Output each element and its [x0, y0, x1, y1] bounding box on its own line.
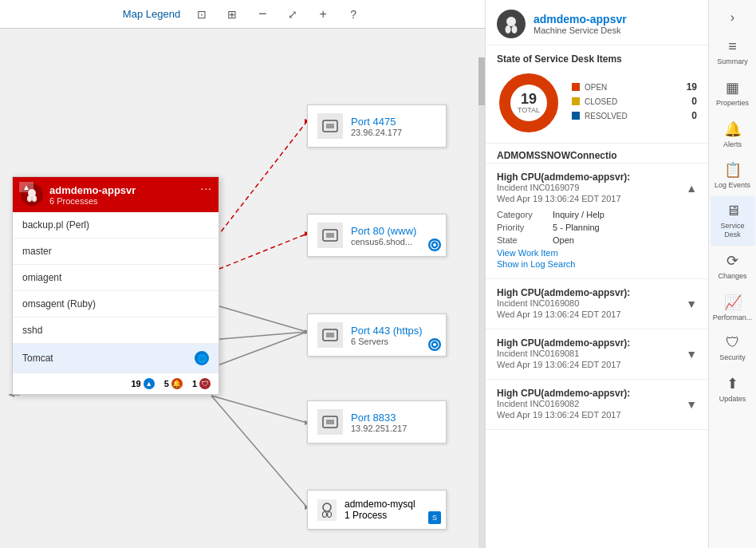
- help-button[interactable]: ?: [345, 6, 362, 23]
- scrollbar-thumb[interactable]: [478, 57, 485, 105]
- port-4475-info: Port 4475 23.96.24.177: [351, 116, 402, 137]
- panel-title: admdemo-appsvr: [534, 13, 627, 26]
- security-icon: 🛡: [726, 334, 740, 351]
- panel-scroll-area[interactable]: State of Service Desk Items: [486, 45, 708, 548]
- collapse-button[interactable]: ▲: [19, 182, 33, 192]
- plus-button[interactable]: +: [314, 6, 332, 23]
- sidebar-item-summary[interactable]: ≡ Summary: [711, 32, 755, 73]
- chevron-right-icon[interactable]: ›: [730, 10, 734, 25]
- fit-button[interactable]: ⤢: [284, 6, 301, 23]
- incident-header-0[interactable]: High CPU(admdemo-appsvr): Incident INC01…: [497, 171, 697, 205]
- incident-header-3[interactable]: High CPU(admdemo-appsvr): Incident INC01…: [497, 388, 697, 421]
- svg-point-29: [323, 503, 331, 511]
- list-item[interactable]: omiagent: [13, 265, 219, 291]
- view-work-item-link[interactable]: View Work Item: [497, 248, 697, 258]
- svg-line-4: [211, 332, 307, 368]
- show-in-log-search-link[interactable]: Show in Log Search: [497, 259, 697, 269]
- svg-line-5: [211, 396, 307, 423]
- zoom-in-button[interactable]: ⊞: [223, 6, 241, 23]
- map-canvas: ▲ admdemo-appsvr 6 Processes ··· backup.…: [0, 29, 485, 548]
- security-label: Security: [719, 353, 746, 362]
- mysql-title: admdemo-mysql: [345, 499, 415, 510]
- incident-item-2: High CPU(admdemo-appsvr): Incident INC01…: [486, 329, 708, 380]
- port-icon-8833: [317, 409, 343, 435]
- sidebar-item-security[interactable]: 🛡 Security: [711, 328, 755, 369]
- minus-button[interactable]: −: [254, 6, 271, 23]
- legend-closed-count: 0: [691, 96, 697, 107]
- field-category: Category Inquiry / Help: [497, 210, 697, 219]
- svg-point-31: [328, 511, 332, 517]
- properties-icon: ▦: [726, 79, 739, 97]
- port-node-443[interactable]: Port 443 (https) 6 Servers: [307, 313, 447, 357]
- sidebar-item-properties[interactable]: ▦ Properties: [711, 73, 755, 114]
- service-desk-title: State of Service Desk Items: [497, 53, 697, 65]
- service-desk-label: Service Desk: [714, 222, 752, 239]
- svg-point-26: [433, 343, 436, 346]
- alerts-label: Alerts: [723, 140, 742, 149]
- sidebar-item-service-desk[interactable]: 🖥 Service Desk: [711, 196, 755, 246]
- svg-point-22: [433, 243, 436, 246]
- sidebar-item-log-events[interactable]: 📋 Log Events: [711, 155, 755, 196]
- incident-id-1: Incident INC0169080: [497, 298, 630, 308]
- incident-item-1: High CPU(admdemo-appsvr): Incident INC01…: [486, 279, 708, 329]
- incident-header-2[interactable]: High CPU(admdemo-appsvr): Incident INC01…: [497, 337, 697, 371]
- svg-point-16: [32, 195, 37, 202]
- server-node-mysql[interactable]: admdemo-mysql 1 Process S: [307, 490, 447, 530]
- legend-resolved-count: 0: [691, 110, 697, 121]
- list-item[interactable]: omsagent (Ruby): [13, 291, 219, 317]
- port-8833-info: Port 8833 13.92.251.217: [351, 412, 407, 433]
- menu-button[interactable]: ···: [200, 182, 212, 195]
- list-item-tomcat[interactable]: Tomcat 🌐: [13, 344, 219, 373]
- incident-title-1: High CPU(admdemo-appsvr):: [497, 287, 630, 298]
- port-80-badge: [428, 239, 441, 251]
- port-443-title: Port 443 (https): [351, 325, 423, 337]
- summary-label: Summary: [717, 57, 748, 66]
- adm-title: ADMOMSSNOWConnectio: [497, 150, 697, 161]
- zoom-out-button[interactable]: ⊡: [193, 6, 211, 23]
- map-canvas-area: Map Legend ⊡ ⊞ − ⤢ + ?: [0, 0, 485, 548]
- svg-line-6: [211, 396, 307, 507]
- collapse-icon-3: ▼: [686, 398, 697, 411]
- performance-label: Performan...: [713, 313, 753, 322]
- port-node-8833[interactable]: Port 8833 13.92.251.217: [307, 400, 447, 444]
- panel-header-info: admdemo-appsvr Machine Service Desk: [534, 13, 627, 35]
- list-item[interactable]: sshd: [13, 317, 219, 344]
- incident-title-2: High CPU(admdemo-appsvr):: [497, 337, 630, 349]
- sidebar-item-performance[interactable]: 📈 Performan...: [711, 287, 755, 329]
- incident-id-2: Incident INC0169081: [497, 349, 630, 358]
- badge-count-5: 5 🔔: [164, 378, 183, 389]
- incident-id-3: Incident INC0169082: [497, 399, 630, 408]
- incident-header-1[interactable]: High CPU(admdemo-appsvr): Incident INC01…: [497, 287, 697, 321]
- incident-body-0: Category Inquiry / Help Priority 5 - Pla…: [497, 210, 697, 269]
- legend-resolved-dot: [572, 112, 580, 120]
- legend-resolved-label: RESOLVED: [585, 112, 687, 120]
- summary-icon: ≡: [728, 38, 737, 55]
- collapse-icon-2: ▼: [686, 348, 697, 361]
- badge-blue-icon: ▲: [144, 378, 155, 389]
- port-node-80[interactable]: Port 80 (www) census6.shod...: [307, 214, 447, 257]
- sidebar-item-alerts[interactable]: 🔔 Alerts: [711, 114, 755, 156]
- svg-line-2: [211, 304, 307, 332]
- collapse-icon-1: ▼: [686, 298, 697, 310]
- list-item[interactable]: master: [13, 239, 219, 265]
- sidebar-item-updates[interactable]: ⬆ Updates: [711, 369, 755, 410]
- badge-red-icon: 🛡: [199, 378, 211, 389]
- properties-label: Properties: [716, 99, 749, 108]
- scrollbar-track[interactable]: [478, 57, 485, 548]
- incident-title-3: High CPU(admdemo-appsvr):: [497, 388, 630, 399]
- port-node-4475[interactable]: Port 4475 23.96.24.177: [307, 104, 447, 148]
- list-item[interactable]: backup.pl (Perl): [13, 212, 219, 239]
- process-card-title-area: admdemo-appsvr 6 Processes: [49, 184, 136, 206]
- legend-closed: CLOSED 0: [572, 96, 697, 107]
- donut-chart: 19 TOTAL: [497, 71, 561, 135]
- toolbar: Map Legend ⊡ ⊞ − ⤢ + ?: [0, 0, 485, 29]
- sidebar-item-changes[interactable]: ⟳ Changes: [711, 246, 755, 287]
- badge-orange-icon: 🔔: [171, 378, 183, 389]
- legend-open-label: OPEN: [585, 83, 682, 92]
- web-icon: 🌐: [195, 351, 209, 365]
- panel-avatar: [497, 10, 526, 38]
- log-events-label: Log Events: [715, 181, 750, 190]
- process-card: ▲ admdemo-appsvr 6 Processes ··· backup.…: [12, 176, 219, 395]
- process-card-header: ▲ admdemo-appsvr 6 Processes ···: [13, 177, 219, 212]
- service-desk-section: State of Service Desk Items: [486, 45, 708, 144]
